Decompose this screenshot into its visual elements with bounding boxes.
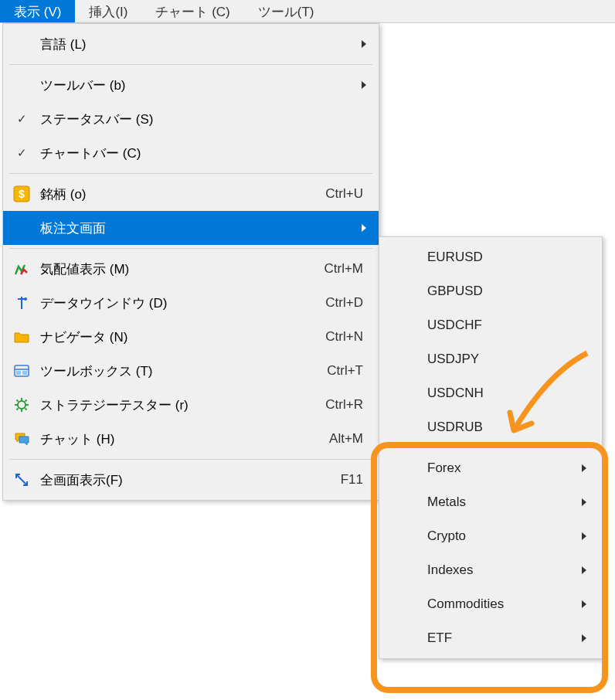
toolbox-icon (11, 362, 32, 379)
separator (9, 173, 372, 174)
svg-line-18 (17, 475, 26, 484)
svg-line-14 (17, 400, 19, 402)
menu-shortcut: Ctrl+D (325, 295, 371, 311)
menu-item-orderbook[interactable]: 板注文画面 (3, 211, 379, 245)
submenu-item-usdcnh[interactable]: USDCNH (379, 376, 602, 410)
chevron-right-icon (362, 81, 366, 89)
view-dropdown: 言語 (L) ツールバー (b) ✓ ステータスバー (S) ✓ チャートバー … (2, 23, 379, 501)
svg-point-4 (24, 297, 27, 301)
submenu-item-crypto[interactable]: Crypto (379, 519, 602, 553)
chevron-right-icon (582, 498, 586, 506)
separator (9, 248, 372, 249)
submenu-label: GBPUSD (390, 284, 591, 299)
menu-item-quote[interactable]: 気配値表示 (M) Ctrl+M (3, 252, 379, 286)
chevron-right-icon (362, 224, 366, 232)
menu-item-symbols[interactable]: $ 銘柄 (o) Ctrl+U (3, 177, 379, 211)
menu-label: 板注文画面 (32, 219, 362, 237)
fullscreen-icon (11, 471, 32, 488)
menu-label: ステータスバー (S) (32, 110, 371, 128)
chevron-right-icon (582, 532, 586, 540)
menu-item-chat[interactable]: チャット (H) Alt+M (3, 422, 379, 456)
menu-label: チャートバー (C) (32, 144, 371, 162)
chat-icon (11, 430, 32, 447)
submenu-item-indexes[interactable]: Indexes (379, 553, 602, 587)
folder-icon (11, 328, 32, 345)
menu-label: 気配値表示 (M) (32, 260, 324, 278)
submenu-label: Crypto (390, 528, 582, 544)
chevron-right-icon (582, 566, 586, 574)
menubar: 表示 (V) 挿入(I) チャート (C) ツール(T) (0, 0, 615, 23)
menu-shortcut: Ctrl+M (324, 261, 371, 277)
svg-text:$: $ (19, 188, 25, 200)
submenu-label: USDJPY (390, 352, 591, 367)
svg-line-17 (25, 400, 27, 402)
market-watch-icon (11, 260, 32, 277)
submenu-label: Commodities (390, 596, 582, 612)
menu-view[interactable]: 表示 (V) (0, 0, 75, 22)
submenu-label: Metals (390, 494, 582, 510)
menu-item-chartbar[interactable]: ✓ チャートバー (C) (3, 136, 379, 170)
submenu-item-forex[interactable]: Forex (379, 451, 602, 485)
menu-label: データウインドウ (D) (32, 294, 325, 312)
menu-label: チャット (H) (32, 430, 329, 448)
menu-item-toolbar[interactable]: ツールバー (b) (3, 68, 379, 102)
submenu-label: USDCHF (390, 318, 591, 333)
menu-label: 言語 (L) (32, 36, 362, 53)
submenu-label: Forex (390, 460, 582, 476)
menu-shortcut: Ctrl+T (327, 363, 371, 379)
svg-rect-8 (22, 371, 27, 375)
chevron-right-icon (582, 464, 586, 472)
menu-shortcut: F11 (341, 472, 371, 488)
menu-label: 銘柄 (o) (32, 185, 325, 203)
menu-tools[interactable]: ツール(T) (244, 0, 328, 22)
menu-item-strategy[interactable]: ストラテジーテスター (r) Ctrl+R (3, 388, 379, 422)
separator (9, 459, 372, 460)
menu-item-datawindow[interactable]: データウインドウ (D) Ctrl+D (3, 286, 379, 320)
svg-line-15 (25, 409, 27, 410)
svg-line-16 (17, 409, 19, 410)
submenu-label: USDRUB (390, 420, 591, 435)
dollar-icon: $ (11, 185, 32, 202)
check-icon: ✓ (11, 112, 32, 126)
chevron-right-icon (582, 634, 586, 642)
submenu-item-metals[interactable]: Metals (379, 485, 602, 519)
submenu-item-commodities[interactable]: Commodities (379, 587, 602, 621)
submenu-item-usdchf[interactable]: USDCHF (379, 308, 602, 342)
submenu-label: EURUSD (390, 250, 591, 265)
submenu-item-eurusd[interactable]: EURUSD (379, 240, 602, 274)
menu-item-language[interactable]: 言語 (L) (3, 27, 379, 61)
menu-shortcut: Ctrl+N (325, 329, 371, 345)
svg-rect-7 (16, 371, 21, 375)
separator (9, 64, 372, 65)
menu-item-fullscreen[interactable]: 全画面表示(F) F11 (3, 463, 379, 497)
separator (386, 447, 596, 448)
gear-icon (11, 396, 32, 413)
chevron-right-icon (582, 600, 586, 608)
menu-shortcut: Ctrl+R (325, 397, 371, 413)
submenu-label: USDCNH (390, 386, 591, 401)
menu-insert[interactable]: 挿入(I) (75, 0, 141, 22)
menu-label: ストラテジーテスター (r) (32, 396, 325, 414)
orderbook-submenu: EURUSD GBPUSD USDCHF USDJPY USDCNH USDRU… (379, 236, 603, 659)
svg-point-9 (18, 401, 25, 409)
submenu-item-gbpusd[interactable]: GBPUSD (379, 274, 602, 308)
menu-shortcut: Ctrl+U (325, 186, 371, 202)
submenu-label: ETF (390, 630, 582, 646)
submenu-item-etf[interactable]: ETF (379, 621, 602, 655)
check-icon: ✓ (11, 146, 32, 160)
submenu-label: Indexes (390, 562, 582, 578)
menu-label: ツールボックス (T) (32, 362, 327, 380)
menu-chart[interactable]: チャート (C) (141, 0, 243, 22)
data-window-icon (11, 294, 32, 311)
menu-item-toolbox[interactable]: ツールボックス (T) Ctrl+T (3, 354, 379, 388)
submenu-item-usdrub[interactable]: USDRUB (379, 410, 602, 444)
menu-label: ツールバー (b) (32, 76, 362, 94)
chevron-right-icon (362, 40, 366, 48)
menu-item-statusbar[interactable]: ✓ ステータスバー (S) (3, 102, 379, 136)
menu-label: ナビゲータ (N) (32, 328, 325, 346)
menu-label: 全画面表示(F) (32, 471, 341, 489)
menu-shortcut: Alt+M (329, 431, 371, 447)
submenu-item-usdjpy[interactable]: USDJPY (379, 342, 602, 376)
menu-item-navigator[interactable]: ナビゲータ (N) Ctrl+N (3, 320, 379, 354)
